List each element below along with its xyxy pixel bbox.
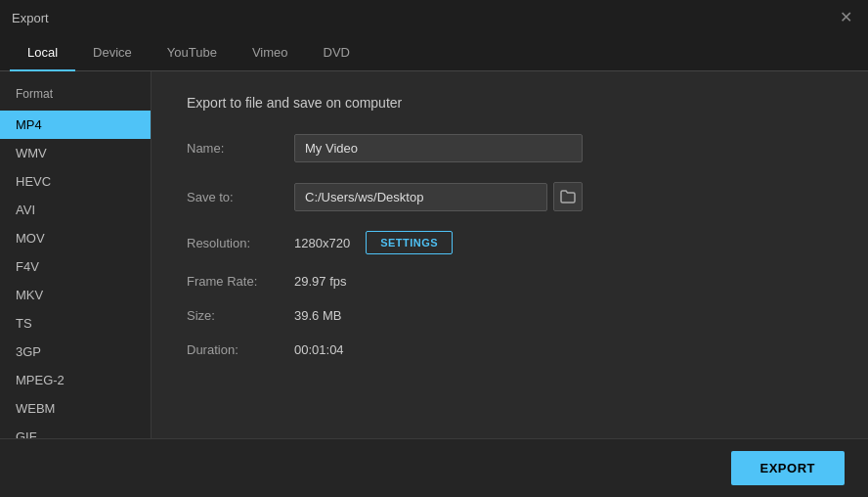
main-panel: Export to file and save on computer Name… (152, 71, 868, 438)
save-to-label: Save to: (187, 190, 294, 204)
size-row: Size: 39.6 MB (187, 308, 833, 323)
resolution-value: 1280x720 (294, 236, 350, 250)
tab-local[interactable]: Local (10, 35, 75, 71)
duration-row: Duration: 00:01:04 (187, 342, 833, 357)
window-title: Export (12, 11, 49, 25)
section-title: Export to file and save on computer (187, 95, 833, 111)
tab-bar: Local Device YouTube Vimeo DVD (0, 35, 868, 71)
save-to-controls (294, 182, 583, 211)
tab-device[interactable]: Device (75, 35, 150, 71)
frame-rate-value: 29.97 fps (294, 274, 347, 289)
format-f4v[interactable]: F4V (0, 252, 151, 281)
format-mp4[interactable]: MP4 (0, 111, 151, 139)
frame-rate-label: Frame Rate: (187, 274, 294, 289)
size-label: Size: (187, 308, 294, 323)
frame-rate-row: Frame Rate: 29.97 fps (187, 274, 833, 289)
save-to-row: Save to: (187, 182, 833, 211)
content-area: Format MP4 WMV HEVC AVI MOV F4V MKV TS 3… (0, 71, 868, 438)
format-wmv[interactable]: WMV (0, 139, 151, 167)
export-window: Export ✕ Local Device YouTube Vimeo DVD … (0, 0, 868, 497)
format-mkv[interactable]: MKV (0, 281, 151, 309)
resolution-controls: 1280x720 SETTINGS (294, 231, 453, 254)
format-gif[interactable]: GIF (0, 423, 151, 438)
browse-folder-button[interactable] (553, 182, 583, 211)
format-mov[interactable]: MOV (0, 224, 151, 252)
name-row: Name: (187, 134, 833, 162)
settings-button[interactable]: SETTINGS (366, 231, 453, 254)
resolution-row: Resolution: 1280x720 SETTINGS (187, 231, 833, 254)
format-sidebar: Format MP4 WMV HEVC AVI MOV F4V MKV TS 3… (0, 71, 152, 438)
format-mpeg2[interactable]: MPEG-2 (0, 366, 151, 394)
tab-dvd[interactable]: DVD (306, 35, 368, 71)
tab-vimeo[interactable]: Vimeo (235, 35, 306, 71)
tab-youtube[interactable]: YouTube (150, 35, 235, 71)
folder-icon (560, 190, 576, 203)
close-button[interactable]: ✕ (836, 8, 856, 27)
duration-value: 00:01:04 (294, 342, 344, 357)
format-avi[interactable]: AVI (0, 196, 151, 224)
name-label: Name: (187, 141, 294, 156)
save-to-input[interactable] (294, 183, 547, 211)
format-3gp[interactable]: 3GP (0, 338, 151, 366)
duration-label: Duration: (187, 342, 294, 357)
format-ts[interactable]: TS (0, 309, 151, 338)
format-webm[interactable]: WEBM (0, 394, 151, 423)
title-bar: Export ✕ (0, 0, 868, 35)
size-value: 39.6 MB (294, 308, 341, 323)
export-button[interactable]: EXPORT (731, 451, 845, 485)
footer: EXPORT (0, 438, 868, 497)
format-label: Format (0, 87, 151, 111)
resolution-label: Resolution: (187, 236, 294, 250)
format-hevc[interactable]: HEVC (0, 167, 151, 196)
name-input[interactable] (294, 134, 583, 162)
